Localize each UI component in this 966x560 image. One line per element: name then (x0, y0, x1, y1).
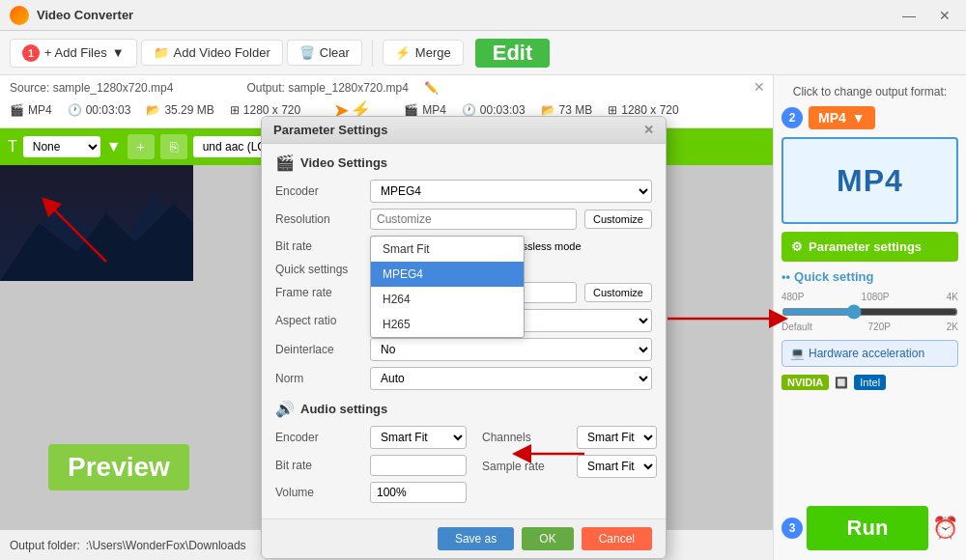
channels-select[interactable]: Smart Fit Mono Stereo (577, 426, 657, 449)
add-files-button[interactable]: 1 + Add Files ▼ (10, 39, 137, 68)
frame-rate-customize-btn[interactable]: Customize (584, 283, 652, 302)
source-label: Source: sample_1280x720.mp4 (10, 81, 173, 95)
format-preview: MP4 (781, 137, 958, 224)
audio-right: Channels Smart Fit Mono Stereo Sample ra… (482, 426, 657, 509)
dialog-body: 🎬 Video Settings Encoder MPEG4 Smart Fit… (262, 144, 666, 518)
audio-left: Encoder Smart Fit MP3 AAC AC3 Smart Fit … (275, 426, 467, 509)
right-sidebar: Click to change output format: 2 MP4 ▼ M… (773, 75, 966, 560)
merge-button[interactable]: ⚡ Merge (383, 40, 464, 66)
source-duration: 00:03:03 (86, 103, 131, 117)
gpu-badges: NVIDIA 🔲 Intel (781, 375, 958, 390)
alarm-icon: ⏰ (932, 516, 958, 541)
source-size-icon: 📂 (146, 103, 160, 117)
add-files-badge: 1 (22, 44, 40, 62)
sample-rate-label: Sample rate (482, 460, 569, 473)
output-size-icon: 📂 (541, 103, 555, 117)
resolution-label: Resolution (275, 212, 362, 226)
dialog-close-icon[interactable]: ✕ (643, 123, 654, 137)
ok-button[interactable]: OK (522, 527, 573, 550)
norm-row: Norm Auto (275, 367, 652, 390)
close-button[interactable]: ✕ (933, 6, 956, 25)
encoder-option-smartfit[interactable]: Smart Fit (371, 237, 524, 262)
audio-form-split: Encoder Smart Fit MP3 AAC AC3 Smart Fit … (275, 426, 652, 509)
hw-label: Hardware acceleration (809, 347, 924, 360)
encoder-label: Encoder (275, 184, 362, 198)
save-as-button[interactable]: Save as (438, 527, 514, 550)
norm-label: Norm (275, 372, 362, 385)
output-res-icon: ⊞ (608, 103, 617, 117)
source-duration-icon: 🕐 (68, 103, 82, 117)
audio-volume-label: Volume (275, 486, 362, 499)
run-badge: 3 (781, 518, 803, 539)
minimize-button[interactable]: — (896, 6, 922, 25)
run-button[interactable]: Run (807, 506, 928, 550)
edit-label: Edit (475, 39, 551, 68)
audio-section-label: Audio settings (300, 402, 387, 416)
frame-rate-label: Frame rate (275, 286, 362, 299)
encoder-option-mpeg4[interactable]: MPEG4 (371, 262, 524, 287)
folder-path: :\Users\WonderFox\Downloads (86, 539, 246, 552)
slider-top-labels: 480P 1080P 4K (781, 292, 958, 302)
sample-rate-row: Sample rate Smart Fit 44100 48000 (482, 455, 657, 478)
format-button[interactable]: MP4 ▼ (809, 106, 875, 129)
trash-icon: 🗑️ (299, 45, 315, 60)
cancel-button[interactable]: Cancel (582, 527, 652, 550)
video-icon: 🎬 (275, 154, 295, 172)
app-logo (10, 6, 29, 25)
audio-volume-input[interactable] (370, 482, 467, 503)
effect-select[interactable]: None Fade In Fade Out (23, 136, 100, 157)
format-badge: 2 (781, 107, 803, 128)
merge-label: Merge (415, 45, 451, 60)
intel-badge: Intel (854, 375, 886, 390)
resolution-input[interactable] (370, 209, 577, 230)
audio-bitrate-label: Bit rate (275, 459, 362, 472)
encoder-select[interactable]: MPEG4 Smart Fit H264 H265 (370, 180, 652, 203)
format-dropdown-icon: ▼ (852, 110, 866, 126)
add-folder-button[interactable]: 📁 Add Video Folder (141, 40, 283, 66)
copy-button[interactable]: ⎘ (160, 134, 187, 159)
hardware-acceleration-button[interactable]: 💻 Hardware acceleration (781, 340, 958, 367)
audio-section-header: 🔊 Audio settings (275, 400, 652, 418)
source-res-icon: ⊞ (230, 103, 240, 117)
audio-bitrate-row: Bit rate (275, 455, 467, 476)
audio-bitrate-input[interactable] (370, 455, 467, 476)
output-format-icon: 🎬 (404, 103, 418, 117)
deinterlace-row: Deinterlace No Yes (275, 338, 652, 361)
quality-slider[interactable] (781, 304, 958, 320)
add-segment-button[interactable]: + (128, 134, 155, 159)
output-size: 73 MB (559, 103, 593, 117)
source-size: 35.29 MB (164, 103, 213, 117)
output-folder-label: Output folder: (10, 539, 80, 552)
format-name: MP4 (818, 110, 846, 126)
edit-file-icon[interactable]: ✏️ (424, 81, 439, 95)
output-res: 1280 x 720 (621, 103, 678, 117)
toolbar: 1 + Add Files ▼ 📁 Add Video Folder 🗑️ Cl… (0, 31, 966, 75)
chip-icon: 🔲 (835, 377, 848, 389)
hw-icon: 💻 (790, 347, 805, 360)
resolution-customize-btn[interactable]: Customize (584, 210, 652, 229)
clear-button[interactable]: 🗑️ Clear (287, 40, 362, 66)
filter-icon: T (8, 138, 17, 155)
dropdown-arrow-icon: ▼ (112, 45, 125, 60)
title-bar: Video Converter — ✕ (0, 0, 966, 31)
sample-rate-select[interactable]: Smart Fit 44100 48000 (577, 455, 657, 478)
output-label: Output: sample_1280x720.mp4 (246, 81, 408, 95)
param-settings-dialog: Parameter Settings ✕ 🎬 Video Settings En… (261, 116, 667, 559)
toolbar-separator (372, 40, 373, 67)
audio-section: 🔊 Audio settings Encoder Smart Fit MP3 A… (275, 400, 652, 509)
encoder-option-h265[interactable]: H265 (371, 312, 524, 337)
parameter-settings-button[interactable]: ⚙ Parameter settings (781, 232, 958, 262)
audio-encoder-select[interactable]: Smart Fit MP3 AAC AC3 (370, 426, 467, 449)
encoder-option-h264[interactable]: H264 (371, 287, 524, 312)
bitrate-label: Bit rate (275, 239, 362, 253)
deinterlace-select[interactable]: No Yes (370, 338, 652, 361)
qs-label: Quick settings (275, 263, 362, 276)
norm-select[interactable]: Auto (370, 367, 652, 390)
aspect-ratio-label: Aspect ratio (275, 314, 362, 327)
quick-setting-label: •• Quick setting (781, 269, 958, 284)
file-close-button[interactable]: ✕ (753, 79, 765, 95)
deinterlace-label: Deinterlace (275, 343, 362, 356)
channels-row: Channels Smart Fit Mono Stereo (482, 426, 657, 449)
encoder-row: Encoder MPEG4 Smart Fit H264 H265 Smart … (275, 180, 652, 203)
audio-icon: 🔊 (275, 400, 295, 418)
